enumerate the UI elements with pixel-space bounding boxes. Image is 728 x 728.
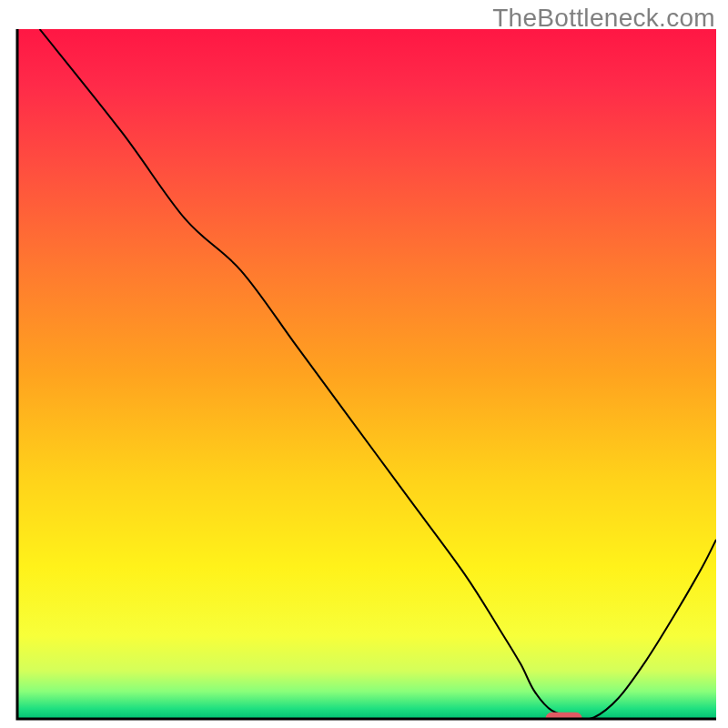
watermark-text: TheBottleneck.com xyxy=(492,4,715,33)
bottleneck-chart: TheBottleneck.com xyxy=(0,0,728,728)
chart-svg xyxy=(0,0,728,728)
